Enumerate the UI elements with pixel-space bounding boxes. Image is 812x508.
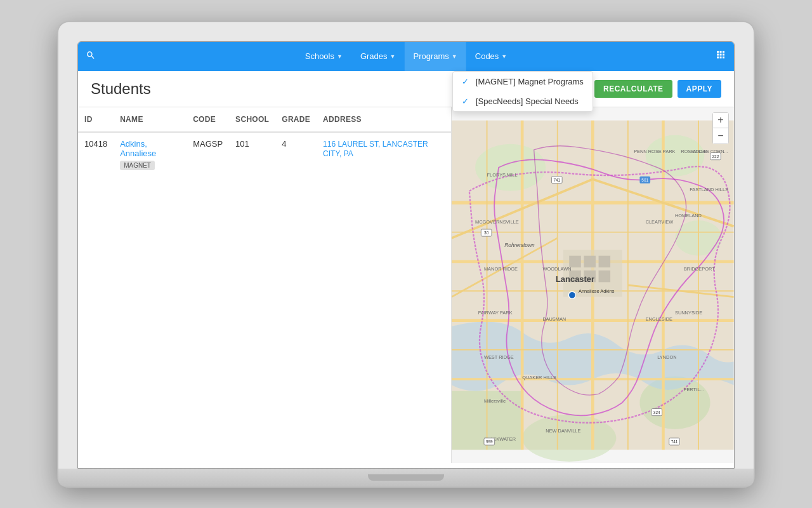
svg-text:222: 222 [712, 154, 719, 158]
map-container[interactable]: Lancaster FLORYS MILL PENN ROSE PARK ROS… [452, 107, 734, 463]
dropdown-item-specneeds[interactable]: ✓ [SpecNeeds] Special Needs [453, 91, 593, 111]
main-content: ID NAME CODE SCHOOL GRADE ADDRESS 10418 [78, 107, 734, 463]
svg-rect-27 [584, 255, 596, 267]
svg-text:WOODLAWN: WOODLAWN [543, 265, 572, 271]
student-grade: 4 [275, 132, 317, 177]
svg-text:FERTIL...: FERTIL... [684, 386, 704, 392]
svg-text:NEW DANVILLE: NEW DANVILLE [546, 427, 581, 433]
map-zoom-controls: + − [712, 112, 729, 144]
student-code: MAGSP [187, 132, 229, 177]
map-svg: Lancaster FLORYS MILL PENN ROSE PARK ROS… [452, 107, 734, 463]
svg-text:Annaliese Adkins: Annaliese Adkins [579, 288, 615, 294]
table-row: 10418 Adkins, Annaliese MAGNET MAGSP 101… [78, 132, 451, 177]
apply-button[interactable]: APPLY [678, 80, 721, 98]
col-grade: GRADE [275, 107, 317, 132]
student-badge: MAGNET [120, 161, 155, 170]
svg-text:999: 999 [486, 439, 493, 444]
svg-text:FAIRWAY PARK: FAIRWAY PARK [478, 310, 513, 316]
svg-point-70 [569, 291, 576, 298]
svg-text:741: 741 [671, 439, 678, 444]
svg-rect-28 [599, 255, 611, 267]
svg-text:LYNDON: LYNDON [658, 354, 677, 359]
student-school: 101 [229, 132, 275, 177]
svg-text:BRIDGEPORT: BRIDGEPORT [684, 265, 715, 271]
page-title: Students [91, 80, 151, 98]
col-school: SCHOOL [229, 107, 275, 132]
dropdown-item-magnet[interactable]: ✓ [MAGNET] Magnet Programs [453, 72, 593, 91]
svg-text:Lancaster: Lancaster [556, 274, 594, 284]
svg-text:HOMELAND: HOMELAND [675, 213, 702, 218]
student-name-link[interactable]: Adkins, Annaliese [120, 139, 156, 158]
svg-text:PENN ROSE PARK: PENN ROSE PARK [634, 148, 676, 154]
svg-rect-31 [599, 270, 611, 282]
right-panel: Lancaster FLORYS MILL PENN ROSE PARK ROS… [452, 107, 734, 463]
student-address-cell: 116 LAUREL ST, LANCASTER CITY, PA [317, 132, 451, 177]
svg-text:ENGLESIDE: ENGLESIDE [646, 316, 672, 321]
page-header: Students EXPORT RECALCULATE APPLY [78, 71, 734, 107]
svg-text:MCGOVERNSVILLE: MCGOVERNSVILLE [475, 218, 519, 224]
student-name-cell: Adkins, Annaliese MAGNET [114, 132, 187, 177]
svg-text:FASTLAND HILLS: FASTLAND HILLS [690, 186, 729, 192]
chevron-down-icon: ▼ [390, 53, 396, 60]
chevron-down-icon: ▼ [452, 53, 457, 60]
svg-text:501: 501 [642, 177, 649, 182]
svg-text:MANOR RIDGE: MANOR RIDGE [484, 265, 518, 271]
svg-text:WEST RIDGE: WEST RIDGE [484, 354, 514, 359]
nav-items: Schools ▼ Grades ▼ Programs ▼ Codes ▼ [296, 42, 516, 71]
svg-text:SUNNYSIDE: SUNNYSIDE [675, 310, 702, 316]
svg-text:CLEARVIEW: CLEARVIEW [646, 218, 674, 224]
students-table: ID NAME CODE SCHOOL GRADE ADDRESS 10418 [78, 107, 451, 177]
chevron-down-icon: ▼ [337, 53, 343, 60]
svg-text:741: 741 [554, 177, 561, 182]
svg-text:30: 30 [484, 231, 489, 235]
svg-text:BAUSMAN: BAUSMAN [543, 316, 566, 321]
col-code: CODE [187, 107, 229, 132]
navbar: Schools ▼ Grades ▼ Programs ▼ Codes ▼ [78, 42, 734, 71]
col-address: ADDRESS [317, 107, 451, 132]
search-icon[interactable] [86, 50, 96, 63]
recalculate-button[interactable]: RECALCULATE [594, 80, 672, 98]
svg-text:324: 324 [653, 410, 660, 414]
student-id: 10418 [78, 132, 114, 177]
zoom-out-button[interactable]: − [713, 128, 728, 144]
svg-text:QUAKER HILLS: QUAKER HILLS [523, 375, 557, 380]
chevron-down-icon: ▼ [501, 53, 507, 60]
svg-text:Millersville: Millersville [484, 398, 506, 404]
svg-text:FLORYS MILL: FLORYS MILL [487, 171, 518, 177]
table-header-row: ID NAME CODE SCHOOL GRADE ADDRESS [78, 107, 451, 132]
check-icon: ✓ [462, 77, 471, 86]
left-panel: ID NAME CODE SCHOOL GRADE ADDRESS 10418 [78, 107, 452, 463]
svg-text:Rohrerstown: Rohrerstown [505, 241, 535, 248]
nav-codes[interactable]: Codes ▼ [466, 42, 516, 71]
nav-schools[interactable]: Schools ▼ [296, 42, 351, 71]
nav-programs[interactable]: Programs ▼ [404, 42, 466, 71]
student-address-link[interactable]: 116 LAUREL ST, LANCASTER CITY, PA [323, 140, 428, 158]
check-icon: ✓ [462, 97, 471, 106]
nav-grades[interactable]: Grades ▼ [351, 42, 405, 71]
grid-icon[interactable] [715, 49, 726, 64]
col-id: ID [78, 107, 114, 132]
programs-dropdown: ✓ [MAGNET] Magnet Programs ✓ [SpecNeeds]… [452, 71, 593, 112]
zoom-in-button[interactable]: + [713, 113, 728, 128]
col-name: NAME [114, 107, 187, 132]
